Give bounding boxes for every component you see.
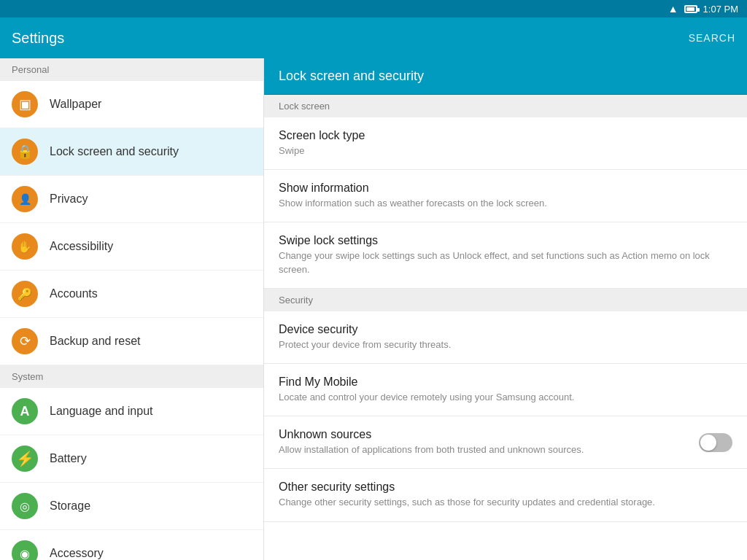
section-header-security: Security <box>264 289 747 311</box>
sidebar-item-privacy[interactable]: 👤 Privacy <box>0 176 263 223</box>
device-security-title: Device security <box>279 323 732 336</box>
app-header: Settings SEARCH <box>0 18 747 58</box>
content-item-unknown-sources[interactable]: Unknown sources Allow installation of ap… <box>264 416 747 469</box>
sidebar-item-accessory[interactable]: ◉ Accessory <box>0 530 263 560</box>
lock-icon: 🔒 <box>12 139 38 165</box>
device-security-subtitle: Protect your device from security threat… <box>279 338 732 351</box>
storage-icon: ◎ <box>12 493 38 519</box>
sidebar-item-storage[interactable]: ◎ Storage <box>0 483 263 530</box>
other-security-subtitle: Change other security settings, such as … <box>279 496 732 509</box>
sidebar-label-accessibility: Accessibility <box>50 240 113 253</box>
content-item-swipe-lock-settings[interactable]: Swipe lock settings Change your swipe lo… <box>264 222 747 288</box>
swipe-lock-settings-title: Swipe lock settings <box>279 234 732 247</box>
section-header-lock-screen: Lock screen <box>264 95 747 117</box>
content-item-other-security[interactable]: Other security settings Change other sec… <box>264 469 747 521</box>
main-content: Lock screen and security Lock screen Scr… <box>264 58 747 560</box>
privacy-icon: 👤 <box>12 186 38 212</box>
content-item-device-security[interactable]: Device security Protect your device from… <box>264 311 747 364</box>
screen-lock-type-title: Screen lock type <box>279 129 732 142</box>
accessibility-icon: ✋ <box>12 233 38 260</box>
sidebar-label-battery: Battery <box>50 452 87 465</box>
sidebar-label-storage: Storage <box>50 499 90 513</box>
sidebar-item-lock-screen[interactable]: 🔒 Lock screen and security <box>0 128 263 176</box>
sidebar-label-lock-screen: Lock screen and security <box>50 145 179 158</box>
accounts-icon: 🔑 <box>12 281 38 307</box>
unknown-sources-subtitle: Allow installation of applications from … <box>279 443 699 456</box>
sidebar-item-language[interactable]: A Language and input <box>0 388 263 435</box>
app-title: Settings <box>12 30 689 47</box>
sidebar-item-wallpaper[interactable]: ▣ Wallpaper <box>0 81 263 128</box>
sidebar-label-privacy: Privacy <box>50 192 88 206</box>
sidebar-section-personal: Personal <box>0 58 263 81</box>
other-security-title: Other security settings <box>279 481 732 494</box>
status-bar: ▲ 1:07 PM <box>0 0 747 18</box>
sidebar: Personal ▣ Wallpaper 🔒 Lock screen and s… <box>0 58 264 560</box>
show-information-title: Show information <box>279 182 732 195</box>
language-icon: A <box>12 398 38 424</box>
find-my-mobile-title: Find My Mobile <box>279 376 732 389</box>
screen-lock-type-subtitle: Swipe <box>279 144 732 158</box>
battery-sidebar-icon: ⚡ <box>12 446 38 472</box>
toggle-knob <box>700 435 716 451</box>
search-button[interactable]: SEARCH <box>689 32 735 44</box>
sidebar-section-system: System <box>0 365 263 388</box>
backup-icon: ⟳ <box>12 328 38 354</box>
unknown-sources-toggle[interactable] <box>699 433 732 452</box>
sidebar-label-wallpaper: Wallpaper <box>50 98 101 111</box>
wallpaper-icon: ▣ <box>12 91 38 117</box>
page-title: Lock screen and security <box>279 69 424 83</box>
sidebar-item-backup[interactable]: ⟳ Backup and reset <box>0 318 263 365</box>
swipe-lock-settings-subtitle: Change your swipe lock settings such as … <box>279 249 732 276</box>
content-item-find-my-mobile[interactable]: Find My Mobile Locate and control your d… <box>264 364 747 416</box>
content-item-show-information[interactable]: Show information Show information such a… <box>264 170 747 222</box>
sidebar-label-language: Language and input <box>50 405 152 418</box>
sidebar-label-backup: Backup and reset <box>50 335 141 348</box>
battery-icon <box>684 4 697 14</box>
find-my-mobile-subtitle: Locate and control your device remotely … <box>279 391 732 404</box>
sidebar-item-battery[interactable]: ⚡ Battery <box>0 435 263 483</box>
sidebar-item-accounts[interactable]: 🔑 Accounts <box>0 271 263 318</box>
show-information-subtitle: Show information such as weather forecas… <box>279 197 732 210</box>
accessory-icon: ◉ <box>12 540 38 560</box>
content-item-screen-lock-type[interactable]: Screen lock type Swipe <box>264 117 747 170</box>
unknown-sources-title: Unknown sources <box>279 428 699 441</box>
sidebar-label-accessory: Accessory <box>50 547 104 560</box>
sidebar-label-accounts: Accounts <box>50 287 98 300</box>
status-time: 1:07 PM <box>703 4 738 15</box>
wifi-icon: ▲ <box>668 3 678 15</box>
sidebar-item-accessibility[interactable]: ✋ Accessibility <box>0 223 263 271</box>
